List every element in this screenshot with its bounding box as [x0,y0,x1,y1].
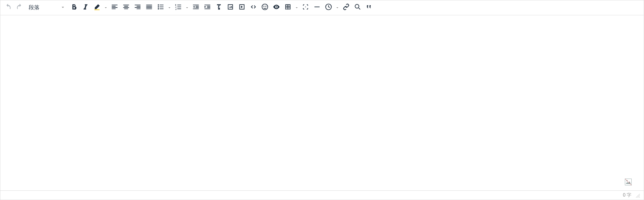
align-left-icon [111,3,118,12]
numbered-list-button[interactable] [173,2,184,13]
clear-format-button[interactable] [214,2,224,13]
table-icon [284,3,292,12]
undo-icon [4,3,12,12]
svg-point-2 [158,8,159,9]
broken-image-placeholder [624,178,632,186]
numbered-list-dropdown[interactable] [184,2,190,13]
clear-format-icon [215,3,223,12]
image-icon [227,3,234,12]
eye-icon [273,3,280,12]
hr-button[interactable] [312,2,322,13]
quote-icon [365,3,373,12]
format-select-label: 段落 [29,4,39,11]
chevron-down-icon [60,5,66,11]
media-button[interactable] [237,2,247,13]
align-center-button[interactable] [121,2,131,13]
svg-point-0 [158,4,159,5]
svg-point-3 [262,4,268,10]
table-dropdown[interactable] [294,2,299,13]
svg-point-4 [263,6,264,7]
numbered-list-icon [174,3,182,12]
outdent-icon [192,3,200,12]
link-button[interactable] [341,2,352,13]
align-justify-icon [145,3,153,12]
bullet-list-button[interactable] [155,2,166,13]
datetime-button[interactable] [323,2,334,13]
word-count: 0 字 [623,192,631,198]
outdent-button[interactable] [191,2,201,13]
highlight-dropdown[interactable] [103,2,108,13]
blockquote-button[interactable] [364,2,375,13]
code-button[interactable] [248,2,259,13]
undo-button[interactable] [3,2,13,13]
hr-icon [313,3,321,12]
highlight-button[interactable] [92,2,102,13]
svg-point-1 [158,6,159,7]
redo-icon [16,3,23,12]
align-right-icon [134,3,141,12]
align-justify-button[interactable] [144,2,154,13]
template-button[interactable] [300,2,311,13]
emoji-button[interactable] [260,2,270,13]
toolbar: 段落 [0,0,644,15]
italic-button[interactable] [80,2,91,13]
svg-point-7 [355,4,359,8]
editor-content[interactable] [0,15,644,190]
indent-icon [204,3,211,12]
code-icon [250,3,257,12]
template-icon [302,3,309,12]
table-button[interactable] [283,2,293,13]
italic-icon [82,3,89,12]
resize-handle[interactable] [636,193,640,197]
link-icon [342,3,350,12]
indent-button[interactable] [202,2,213,13]
image-button[interactable] [225,2,236,13]
align-left-button[interactable] [109,2,120,13]
preview-button[interactable] [271,2,282,13]
status-bar: 0 字 [0,190,644,200]
format-select[interactable]: 段落 [26,2,68,13]
bold-icon [70,3,78,12]
bullet-list-icon [157,3,164,12]
editor-container: 段落 [0,0,644,200]
emoji-icon [261,3,269,12]
bold-button[interactable] [69,2,79,13]
highlight-icon [93,3,101,12]
search-icon [354,3,361,12]
search-button[interactable] [352,2,363,13]
media-icon [238,3,246,12]
redo-button[interactable] [14,2,25,13]
bullet-list-dropdown[interactable] [167,2,172,13]
datetime-dropdown[interactable] [335,2,340,13]
clock-icon [325,3,332,12]
svg-point-5 [265,6,266,7]
align-center-icon [122,3,130,12]
align-right-button[interactable] [132,2,143,13]
